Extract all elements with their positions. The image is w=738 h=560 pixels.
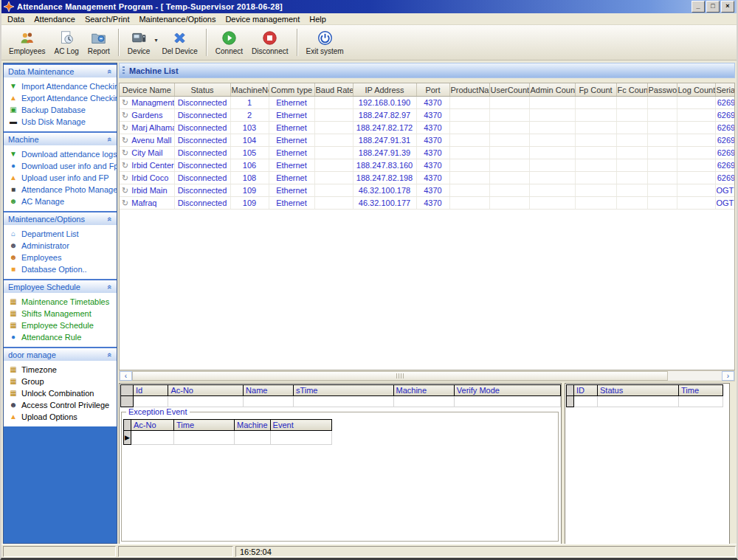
sidebar-item[interactable]: ▬Usb Disk Manage [9, 117, 115, 126]
col-product-name[interactable]: ProductName [449, 83, 489, 97]
scroll-right-icon[interactable]: › [722, 371, 734, 381]
exception-table-row[interactable]: ▶ [124, 431, 332, 445]
sidebar-item[interactable]: ▲Upload user info and FP [9, 173, 115, 182]
collapse-chevron-icon[interactable]: « [106, 284, 114, 288]
device-button[interactable]: Device [123, 26, 155, 59]
sidebar-section-header[interactable]: door manage« [4, 347, 117, 361]
sidebar-item[interactable]: ▼Download attendance logs [9, 150, 115, 159]
grip-icon[interactable] [123, 66, 125, 75]
collapse-chevron-icon[interactable]: « [106, 216, 114, 221]
machine-row[interactable]: ↻GardensDisconnected2Ethernet188.247.82.… [120, 109, 735, 122]
sidebar-item[interactable]: ▼Import Attendance Checking Data [9, 82, 115, 91]
col-port[interactable]: Port [416, 83, 449, 97]
baud-rate-cell [314, 109, 353, 122]
disconnect-button[interactable]: Disconnect [247, 26, 292, 59]
machine-row[interactable]: ↻Marj AlhamamDisconnected103Ethernet188.… [120, 122, 735, 134]
col-machine-no[interactable]: MachineNo. [230, 83, 269, 97]
collapse-chevron-icon[interactable]: « [106, 352, 114, 356]
col-ac-no[interactable]: Ac-No [168, 385, 244, 396]
close-button-icon[interactable]: × [721, 1, 734, 13]
employees-button[interactable]: Employees [4, 26, 49, 59]
col-password[interactable]: Passwo... [647, 83, 677, 97]
col-user-count[interactable]: UserCount [489, 83, 529, 97]
collapse-chevron-icon[interactable]: « [106, 69, 114, 73]
col-device-name[interactable]: Device Name [120, 83, 174, 97]
sidebar-item[interactable]: ■Attendance Photo Management [9, 185, 115, 194]
col-id[interactable]: Id [133, 385, 168, 396]
machine-row[interactable]: ↻Irbid CocoDisconnected108Ethernet188.24… [120, 172, 735, 184]
menu-data[interactable]: Data [4, 15, 30, 24]
report-button[interactable]: Report [83, 26, 114, 59]
sidebar-item[interactable]: ▦Maintenance Timetables [9, 297, 115, 306]
connect-button[interactable]: Connect [211, 26, 247, 59]
menu-maintenance-options[interactable]: Maintenance/Options [135, 15, 221, 24]
sidebar-item[interactable]: ☻Employees [9, 253, 115, 262]
ac-log-button[interactable]: AC Log [49, 26, 83, 59]
machine-row[interactable]: ↻City MailDisconnected105Ethernet188.247… [120, 147, 735, 159]
sidebar-item[interactable]: ☻Administrator [9, 241, 115, 250]
machine-row[interactable]: ↻Irbid CenterDisconnected106Ethernet188.… [120, 159, 735, 172]
sidebar-item[interactable]: ▦Shifts Management [9, 309, 115, 318]
col-verify-mode[interactable]: Verify Mode [454, 385, 560, 396]
scroll-left-icon[interactable]: ‹ [120, 371, 132, 381]
sidebar-item[interactable]: ▣Backup Database [9, 106, 115, 114]
sidebar-item[interactable]: ▦Unlock Combination [9, 389, 115, 398]
machine-row[interactable]: ↻Irbid MainDisconnected109Ethernet46.32.… [120, 184, 735, 197]
sidebar-item[interactable]: ▲Upload Options [9, 412, 115, 421]
col-comm-type[interactable]: Comm type [269, 83, 314, 97]
status-table-empty-row[interactable] [567, 396, 723, 407]
menu-help[interactable]: Help [306, 15, 332, 24]
port-cell: 4370 [416, 97, 449, 109]
minimize-button-icon[interactable]: _ [692, 1, 705, 13]
col-id[interactable]: ID [574, 385, 598, 396]
col-machine[interactable]: Machine [393, 385, 454, 396]
col-name[interactable]: Name [244, 385, 294, 396]
exit-system-button[interactable]: Exit system [302, 26, 348, 59]
menu-attendance[interactable]: Attendance [30, 15, 81, 24]
scrollbar-track[interactable] [668, 371, 722, 381]
menu-search-print[interactable]: Search/Print [81, 15, 136, 24]
col-fc-count[interactable]: Fc Count [616, 83, 647, 97]
col-machine[interactable]: Machine [235, 420, 271, 431]
col-ip-address[interactable]: IP Address [353, 83, 416, 97]
sidebar-item[interactable]: ●Download user info and Fp [9, 162, 115, 170]
sidebar-item[interactable]: ▦Timezone [9, 365, 115, 374]
col-status[interactable]: Status [598, 385, 679, 396]
sidebar-item[interactable]: ▦Group [9, 377, 115, 386]
sidebar-item[interactable]: ●Attendance Rule [9, 333, 115, 342]
scrollbar-thumb[interactable] [132, 371, 668, 381]
sidebar-item-label: Download attendance logs [21, 150, 117, 159]
del-device-button[interactable]: Del Device [157, 26, 201, 59]
col-event[interactable]: Event [270, 420, 331, 431]
col-time[interactable]: Time [679, 385, 723, 396]
sidebar-section-header[interactable]: Data Maintenance« [4, 63, 117, 77]
menu-device-management[interactable]: Device management [221, 15, 306, 24]
machine-row[interactable]: ↻MafraqDisconnected109Ethernet46.32.100.… [120, 197, 735, 210]
col-stime[interactable]: sTime [293, 385, 393, 396]
col-log-count[interactable]: Log Count [677, 83, 715, 97]
col-status[interactable]: Status [174, 83, 230, 97]
sidebar-item[interactable]: ☻Access Control Privilege [9, 401, 115, 409]
sidebar-item[interactable]: ■Database Option.. [9, 265, 115, 274]
maximize-button-icon[interactable]: □ [706, 1, 720, 13]
sidebar-section-header[interactable]: Maintenance/Options« [4, 211, 117, 225]
col-ac-no[interactable]: Ac-No [131, 420, 174, 431]
col-baud-rate[interactable]: Baud Rate [314, 83, 353, 97]
fp-count-cell [575, 159, 616, 172]
horizontal-scrollbar[interactable]: ‹ › [119, 370, 735, 381]
col-time[interactable]: Time [174, 420, 235, 431]
machine-row[interactable]: ↻Avenu MallDisconnected104Ethernet188.24… [120, 134, 735, 147]
machine-row[interactable]: ↻ManagmentDisconnected1Ethernet192.168.0… [120, 97, 735, 109]
sidebar-item[interactable]: ⌂Department List [9, 229, 115, 238]
sidebar-item[interactable]: ▦Employee Schedule [9, 321, 115, 330]
sidebar-item[interactable]: ▲Export Attendance Checking Data [9, 94, 115, 103]
col-fp-count[interactable]: Fp Count [575, 83, 616, 97]
sidebar-item[interactable]: ☻AC Manage [9, 197, 115, 206]
sidebar-section-header[interactable]: Machine« [4, 131, 117, 145]
log-table-empty-row[interactable] [121, 396, 561, 407]
window-controls: _ □ × [692, 1, 734, 13]
col-serial[interactable]: Serial [715, 83, 735, 97]
sidebar-section-header[interactable]: Employee Schedule« [4, 279, 117, 293]
collapse-chevron-icon[interactable]: « [106, 136, 114, 141]
col-admin-count[interactable]: Admin Count [529, 83, 575, 97]
